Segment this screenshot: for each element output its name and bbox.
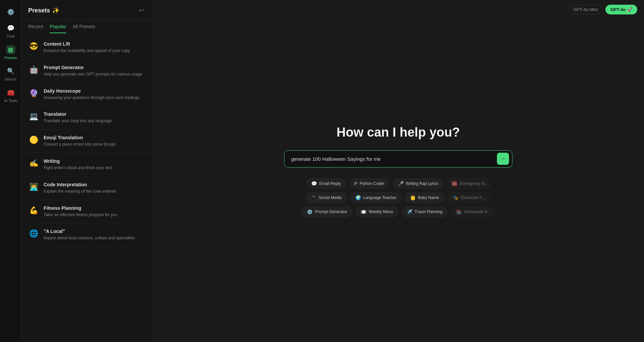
preset-item[interactable]: 😎 Content Lift Enhance the readability a… [21, 36, 152, 59]
preset-icon: 🤖 [28, 65, 39, 74]
preset-name: Writing [44, 158, 145, 164]
tab-popular[interactable]: Popular [50, 24, 66, 33]
preset-name: "A Local" [44, 229, 145, 234]
preset-icon: 👨‍💻 [28, 183, 39, 191]
preset-icon: 💪 [28, 206, 39, 215]
sidebar-item-settings[interactable]: ⚙️ [0, 4, 21, 20]
chip[interactable]: 🆘Emergency Si… [447, 178, 490, 189]
chip-icon: ⚙️ [307, 209, 313, 214]
presets-sparkle-icon: ✨ [52, 7, 59, 14]
chip[interactable]: ✈️Travel Planning [402, 206, 448, 217]
chip-label: Prompt Generator [315, 209, 347, 214]
presets-title-text: Presets [28, 7, 50, 14]
preset-desc: Convert a piece of text into some Emojis [44, 142, 145, 147]
presets-tabs: RecentPopularAll Presets [21, 20, 152, 33]
chip-icon: ✈️ [407, 209, 412, 214]
chip[interactable]: 📱Social Media [306, 192, 347, 203]
preset-name: Daily Horoscope [44, 88, 145, 94]
search-icon: 🔍 [6, 66, 15, 76]
main-content: GPT-4o Mini GPT-4o 🚀 How can I help you?… [152, 0, 644, 342]
icon-sidebar: ⚙️ 💬 Chat ▦ Presets 🔍 Search 🧰 AI Tools [0, 0, 21, 342]
preset-info: Fitness Planning Tailor an effective fit… [44, 205, 145, 218]
preset-desc: Translate your copy into any language [44, 118, 145, 124]
chip-icon: 🆘 [452, 181, 457, 186]
chip[interactable]: 🌍Language Teacher [350, 192, 402, 203]
preset-name: Code Interpretation [44, 182, 145, 187]
preset-icon: 💻 [28, 112, 39, 121]
sidebar-item-ai-tools[interactable]: 🧰 AI Tools [0, 85, 21, 106]
gpt4o-button[interactable]: GPT-4o 🚀 [605, 5, 637, 14]
chip-label: Writing Rap Lyrics [406, 181, 439, 186]
preset-item[interactable]: 🔮 Daily Horoscope Answering your questio… [21, 83, 152, 106]
preset-info: Emoji Translation Convert a piece of tex… [44, 135, 145, 147]
preset-desc: Answering your questions through tarot c… [44, 95, 145, 101]
send-button[interactable]: → [497, 153, 509, 165]
chip[interactable]: 🍽️Weekly Menu [356, 206, 398, 217]
preset-item[interactable]: 💻 Translator Translate your copy into an… [21, 106, 152, 130]
ai-tools-icon: 🧰 [6, 88, 15, 97]
preset-name: Content Lift [44, 41, 145, 47]
collapse-sidebar-button[interactable]: ↩ [138, 5, 145, 15]
sidebar-item-chat[interactable]: 💬 Chat [0, 20, 21, 42]
model-selector: GPT-4o Mini GPT-4o 🚀 [568, 5, 637, 14]
preset-item[interactable]: 🟡 Emoji Translation Convert a piece of t… [21, 130, 152, 153]
preset-desc: Enhance the readability and appeal of yo… [44, 48, 145, 54]
chip[interactable]: 🎭Character A… [448, 192, 491, 203]
preset-desc: Explain the meaning of the code entered [44, 189, 145, 194]
preset-info: Content Lift Enhance the readability and… [44, 41, 145, 54]
chip-label: Weekly Menu [369, 209, 393, 214]
preset-name: Fitness Planning [44, 205, 145, 211]
tab-all[interactable]: All Presets [73, 24, 95, 33]
chip[interactable]: 👶Baby Name [405, 192, 444, 203]
chips-grid: 💬Email ReplyPPython Coder🎤Writing Rap Ly… [277, 178, 519, 217]
preset-item[interactable]: 👨‍💻 Code Interpretation Explain the mean… [21, 177, 152, 200]
chip-label: Python Coder [360, 181, 384, 186]
sidebar-item-presets[interactable]: ▦ Presets [0, 42, 21, 63]
preset-icon: 🔮 [28, 89, 39, 98]
sidebar-label-presets: Presets [4, 56, 17, 60]
chip[interactable]: ⚙️Prompt Generator [302, 206, 352, 217]
preset-desc: Inquire about local customs, culture and… [44, 235, 145, 241]
preset-item[interactable]: 🌐 "A Local" Inquire about local customs,… [21, 223, 152, 247]
chip-label: Language Teacher [363, 195, 397, 200]
preset-icon: ✍️ [28, 159, 39, 168]
preset-icon: 🌐 [28, 229, 39, 238]
sidebar-label-chat: Chat [7, 34, 14, 38]
settings-icon: ⚙️ [6, 7, 15, 17]
gpt4o-mini-button[interactable]: GPT-4o Mini [568, 5, 603, 14]
preset-info: Code Interpretation Explain the meaning … [44, 182, 145, 194]
chip-icon: P [354, 181, 357, 186]
chip-label: Baby Name [418, 195, 439, 200]
preset-name: Translator [44, 111, 145, 117]
preset-desc: Help you generate own GPT prompts for va… [44, 71, 145, 77]
chip-label: Homework H… [464, 209, 491, 214]
chip-label: Character A… [461, 195, 486, 200]
chip-icon: 💬 [311, 181, 317, 186]
chips-row-1: 📱Social Media🌍Language Teacher👶Baby Name… [277, 192, 519, 203]
tab-recent[interactable]: Recent [28, 24, 43, 33]
preset-icon: 🟡 [28, 136, 39, 144]
preset-info: Daily Horoscope Answering your questions… [44, 88, 145, 101]
preset-name: Prompt Generator [44, 65, 145, 70]
chip-icon: 🌍 [355, 195, 361, 200]
chat-icon: 💬 [6, 23, 15, 33]
preset-item[interactable]: ✍️ Writing Fight writer's block and fini… [21, 153, 152, 177]
chip-label: Social Media [319, 195, 342, 200]
chip-icon: 🍽️ [361, 209, 366, 214]
chip[interactable]: 📚Homework H… [451, 206, 495, 217]
presets-icon: ▦ [6, 45, 15, 54]
chip-icon: 👶 [410, 195, 416, 200]
chip[interactable]: 🎤Writing Rap Lyrics [393, 178, 444, 189]
preset-item[interactable]: 🤖 Prompt Generator Help you generate own… [21, 59, 152, 83]
chip-icon: 🎤 [398, 181, 404, 186]
main-input[interactable] [284, 150, 512, 167]
preset-info: Translator Translate your copy into any … [44, 111, 145, 124]
sidebar-item-search[interactable]: 🔍 Search [0, 63, 21, 85]
chip-icon: 📱 [311, 195, 316, 200]
preset-info: Prompt Generator Help you generate own G… [44, 65, 145, 77]
sidebar-label-ai-tools: AI Tools [4, 99, 17, 103]
chip[interactable]: 💬Email Reply [306, 178, 346, 189]
preset-item[interactable]: 💪 Fitness Planning Tailor an effective f… [21, 200, 152, 224]
sidebar-label-search: Search [5, 77, 16, 81]
chip[interactable]: PPython Coder [349, 178, 389, 189]
